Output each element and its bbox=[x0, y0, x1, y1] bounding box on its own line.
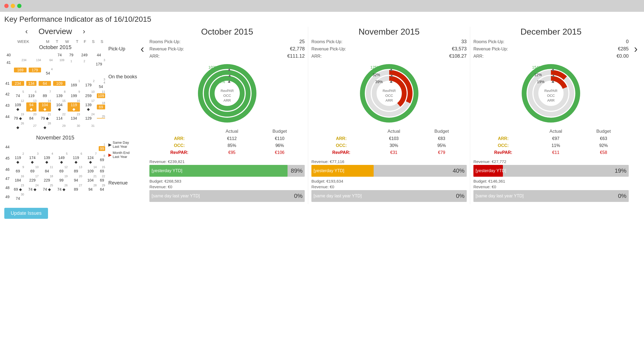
oct-rev-label: Revenue Pick-Up: bbox=[149, 47, 184, 51]
dec-budget-text: Budget: €146,361 bbox=[473, 179, 629, 183]
oct-radial-chart: 102% 89% 90% RevPAR OCC ARR bbox=[149, 61, 305, 125]
cal-cell: 249 bbox=[77, 52, 92, 58]
oct-rev-value: €2,778 bbox=[290, 46, 305, 52]
nov-rev-label: Revenue Pick-Up: bbox=[311, 47, 346, 51]
dec-ytd-pct: 19% bbox=[615, 167, 627, 174]
dec-arr-budget: €63 bbox=[579, 135, 629, 142]
sidebar-prev-arrow[interactable]: ‹ bbox=[25, 27, 28, 36]
svg-text:154%: 154% bbox=[532, 65, 542, 69]
minimize-button[interactable] bbox=[11, 4, 15, 8]
table-row: OCC: 11% 92% bbox=[473, 142, 629, 149]
oct-revpar-actual: €95 bbox=[209, 149, 255, 156]
table-row: RevPAR: €95 €106 bbox=[149, 149, 305, 156]
table-row: 46 969 1069 1184 1269 1389 14109 1569 bbox=[4, 165, 106, 174]
table-row: OCC: 30% 95% bbox=[311, 142, 467, 149]
dec-actual-header: Actual bbox=[533, 128, 579, 135]
nov-ytd-pct: 40% bbox=[453, 167, 465, 174]
dec-metrics: Actual Budget ARR: €97 €63 bbox=[473, 128, 629, 156]
dec-ytd-text: Revenue: €27,772 bbox=[473, 159, 629, 164]
cal-cell bbox=[13, 52, 27, 58]
dec-radial-chart: 154% 12% 19% RevPAR OCC ARR bbox=[473, 61, 629, 125]
table-row: 47 16184 17229 18229 1999 2094 21104 226… bbox=[4, 174, 106, 183]
oct-ytd-pct: 89% bbox=[291, 167, 303, 174]
oct-revenue: Revenue: €239,821 [yesterday YTD] 89% Bu… bbox=[149, 159, 305, 202]
svg-text:ARR: ARR bbox=[223, 98, 231, 102]
dec-occ-label: OCC: bbox=[473, 142, 533, 149]
nov-rev-value: €3,573 bbox=[452, 46, 467, 52]
svg-text:RevPAR: RevPAR bbox=[544, 89, 558, 93]
cal-cell: 44 bbox=[92, 52, 106, 58]
maximize-button[interactable] bbox=[17, 4, 21, 8]
november-calendar: November 2015 44 199 45 2119 ◆ 317 bbox=[4, 135, 106, 201]
pickup-label: Pick-Up bbox=[108, 45, 138, 74]
svg-text:19%: 19% bbox=[537, 80, 544, 84]
table-row: 44 199 bbox=[4, 142, 106, 152]
nov-sdly-text: Revenue: €0 bbox=[311, 184, 467, 189]
dec-rooms-label: Rooms Pick-Up: bbox=[473, 39, 505, 44]
svg-text:OCC: OCC bbox=[547, 94, 555, 98]
oct-arr-metric-label: ARR: bbox=[149, 135, 209, 142]
oct-budget-text: Budget: €268,583 bbox=[149, 179, 305, 183]
table-row: ARR: €112 €110 bbox=[149, 135, 305, 142]
dec-sdly-text: Revenue: €0 bbox=[473, 184, 629, 189]
months-area: ‹ October 2015 Rooms Pick-Up: 25 Revenue… bbox=[138, 27, 640, 354]
table-row: 48 2369 ◆ 2474 ◆ 2574 ◆ 2674 ◆ 2789 2894… bbox=[4, 183, 106, 192]
nov-ytd-text: Revenue: €77,116 bbox=[311, 159, 467, 164]
oct-sdly-text: Revenue: €0 bbox=[149, 184, 305, 189]
nov-budget-header: Budget bbox=[417, 128, 467, 135]
nov-actual-header: Actual bbox=[371, 128, 417, 135]
dec-sdly-bar: [same day last year YTD] 0% bbox=[473, 190, 629, 202]
svg-text:102%: 102% bbox=[208, 65, 218, 69]
months-prev-arrow[interactable]: ‹ bbox=[138, 27, 146, 55]
update-issues-button[interactable]: Update Issues bbox=[4, 208, 48, 219]
nov-occ-label: OCC: bbox=[311, 142, 371, 149]
dec-sdly-label: [same day last year YTD] bbox=[476, 194, 524, 198]
nov-revpar-actual: €31 bbox=[371, 149, 417, 156]
month-end-label: ▶ Month EndLast Year bbox=[108, 151, 138, 159]
revenue-label: Revenue bbox=[108, 180, 138, 186]
november-title: November 2015 bbox=[4, 135, 106, 141]
sat-header: S bbox=[89, 39, 98, 44]
sidebar-nav: ‹ Overview › bbox=[4, 27, 106, 36]
dec-revpar-label: RevPAR: bbox=[473, 149, 533, 156]
dec-budget-header: Budget bbox=[579, 128, 629, 135]
nov-rooms-pickup: Rooms Pick-Up: 33 bbox=[311, 39, 467, 45]
dec-rooms-pickup: Rooms Pick-Up: 0 bbox=[473, 39, 629, 45]
svg-text:RevPAR: RevPAR bbox=[382, 89, 396, 93]
table-row: ARR: €103 €83 bbox=[311, 135, 467, 142]
oct-occ-metric-label: OCC: bbox=[149, 142, 209, 149]
dec-arr-label: ARR: bbox=[473, 54, 484, 59]
nov-occ-budget: 95% bbox=[417, 142, 467, 149]
sidebar-next-arrow[interactable]: › bbox=[83, 27, 85, 36]
nov-revpar-label: RevPAR: bbox=[311, 149, 371, 156]
oct-ytd-bar: [yesterday YTD] 89% bbox=[149, 165, 305, 177]
nov-ytd-bar: [yesterday YTD] 40% bbox=[311, 165, 467, 177]
svg-text:ARR: ARR bbox=[547, 98, 555, 102]
months-next-arrow[interactable]: › bbox=[632, 27, 640, 55]
nov-col-title: November 2015 bbox=[311, 27, 467, 37]
table-row: 26◆ 27 28◆ 29 30 31 bbox=[4, 121, 106, 130]
oct-ytd-text: Revenue: €239,821 bbox=[149, 159, 305, 164]
day-val: 74 bbox=[55, 53, 64, 57]
nov-arr-label: ARR: bbox=[311, 54, 322, 59]
dec-ytd-bar: [yesterday YTD] 19% bbox=[473, 165, 629, 177]
titlebar bbox=[0, 0, 644, 12]
day-val: 44 bbox=[93, 53, 105, 57]
nov-revpar-budget: €79 bbox=[417, 149, 467, 156]
dec-arr-value: €0.00 bbox=[617, 53, 629, 59]
dec-ytd-label: [yesterday YTD] bbox=[476, 168, 506, 173]
close-button[interactable] bbox=[4, 4, 9, 8]
oct-sdly-bar: [same day last year YTD] 0% bbox=[149, 190, 305, 202]
nov-metrics: Actual Budget ARR: €103 €83 bbox=[311, 128, 467, 156]
cal-cell bbox=[28, 52, 42, 58]
day-val: 79 bbox=[67, 53, 76, 57]
dec-arr-label: ARR: bbox=[473, 135, 533, 142]
dec-revenue: Revenue: €27,772 [yesterday YTD] 19% Bud… bbox=[473, 159, 629, 202]
oct-rooms-label: Rooms Pick-Up: bbox=[149, 39, 181, 44]
day-val: 249 bbox=[78, 53, 91, 57]
dec-col-title: December 2015 bbox=[473, 27, 629, 37]
oct-occ-budget: 96% bbox=[255, 142, 305, 149]
main-layout: ‹ Overview › WEEK M T W T F S bbox=[4, 27, 640, 354]
svg-text:32%: 32% bbox=[372, 73, 380, 77]
dec-rooms-value: 0 bbox=[626, 39, 629, 45]
